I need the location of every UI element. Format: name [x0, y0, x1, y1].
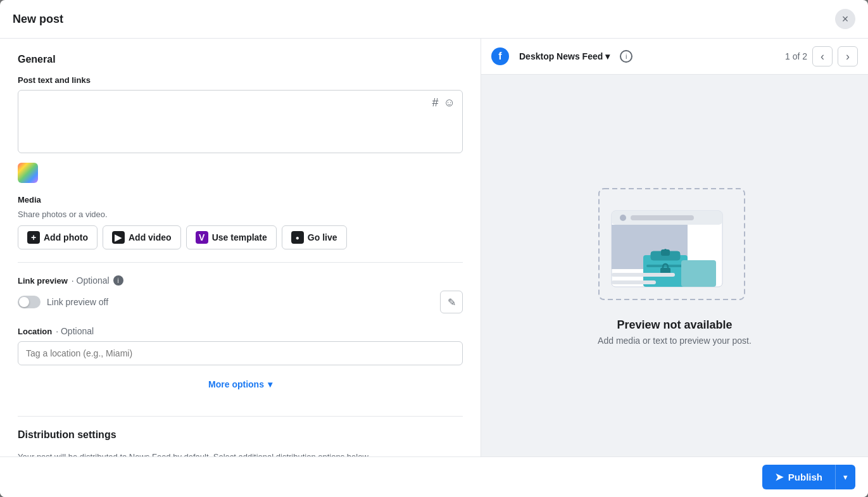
svg-rect-14: [612, 280, 656, 284]
close-button[interactable]: ×: [835, 9, 855, 29]
pencil-icon: ✎: [448, 296, 456, 308]
photo-icon: +: [27, 231, 40, 244]
post-text-label: Post text and links: [18, 75, 463, 85]
template-icon: V: [196, 231, 208, 244]
media-description: Share photos or a video.: [18, 210, 463, 219]
arrow-right-icon: ›: [846, 50, 850, 63]
svg-rect-10: [664, 249, 667, 254]
publish-chevron-icon: ▾: [843, 472, 848, 482]
preview-toolbar: f Desktop News Feed ▾ i 1 of 2 ‹: [481, 39, 868, 75]
use-template-button[interactable]: V Use template: [186, 225, 277, 249]
modal-footer: ➤ Publish ▾: [0, 456, 868, 497]
link-preview-label-row: Link preview · Optional i: [18, 275, 463, 286]
publish-group: ➤ Publish ▾: [762, 465, 855, 489]
preview-toolbar-left: f Desktop News Feed ▾ i: [491, 47, 632, 65]
send-icon: ➤: [775, 471, 783, 483]
link-preview-optional: · Optional: [72, 275, 110, 286]
svg-rect-13: [612, 273, 675, 277]
location-label-row: Location · Optional: [18, 326, 463, 336]
location-input[interactable]: [18, 341, 463, 365]
publish-dropdown-button[interactable]: ▾: [835, 465, 855, 489]
more-options-wrapper: More options ▾: [18, 365, 463, 403]
media-buttons-group: + Add photo ▶ Add video V Use template: [18, 225, 463, 249]
placement-chevron-icon: ▾: [605, 51, 610, 61]
prev-page-button[interactable]: ‹: [812, 46, 833, 66]
placement-label: Desktop News Feed: [519, 51, 603, 61]
preview-illustration: [593, 186, 757, 318]
svg-rect-4: [631, 215, 694, 220]
placement-info-icon[interactable]: i: [620, 50, 632, 63]
location-section: Location · Optional: [18, 326, 463, 365]
use-template-label: Use template: [212, 232, 267, 242]
video-icon: ▶: [112, 231, 125, 244]
svg-rect-12: [681, 260, 716, 287]
link-preview-label: Link preview: [18, 276, 68, 286]
link-preview-left: Link preview off: [18, 296, 108, 308]
hashtag-button[interactable]: #: [432, 96, 439, 110]
next-page-button[interactable]: ›: [838, 46, 858, 66]
preview-toolbar-right: 1 of 2 ‹ ›: [785, 46, 858, 66]
preview-content: Preview not available Add media or text …: [481, 75, 868, 456]
svg-rect-9: [646, 265, 684, 267]
preview-not-available-title: Preview not available: [617, 318, 732, 332]
publish-label: Publish: [788, 472, 822, 482]
facebook-icon: f: [491, 47, 509, 65]
new-post-modal: New post × General Post text and links #…: [0, 0, 868, 497]
post-text-wrapper: # ☺: [18, 90, 463, 155]
chevron-down-icon: ▾: [268, 379, 272, 389]
distribution-section: Distribution settings Your post will be …: [18, 429, 463, 456]
divider-2: [18, 416, 463, 417]
publish-button[interactable]: ➤ Publish: [762, 465, 835, 489]
modal-header: New post ×: [0, 0, 868, 39]
add-video-button[interactable]: ▶ Add video: [103, 225, 181, 249]
preview-card: Preview not available Add media or text …: [593, 186, 757, 346]
left-panel: General Post text and links # ☺ Media Sh…: [0, 39, 481, 456]
more-options-button[interactable]: More options ▾: [201, 375, 280, 393]
post-text-input[interactable]: [18, 90, 463, 153]
textarea-icons: # ☺: [432, 96, 455, 110]
link-preview-status: Link preview off: [47, 297, 108, 307]
page-indicator: 1 of 2: [785, 51, 807, 61]
go-live-button[interactable]: ● Go live: [282, 225, 347, 249]
placement-dropdown[interactable]: Desktop News Feed ▾: [514, 49, 615, 64]
distribution-description: Your post will be distributed to News Fe…: [18, 451, 463, 456]
emoji-button[interactable]: ☺: [444, 96, 455, 110]
media-label: Media: [18, 195, 463, 204]
live-icon: ●: [291, 231, 304, 244]
location-optional: · Optional: [56, 326, 94, 336]
go-live-label: Go live: [308, 232, 337, 242]
right-panel: f Desktop News Feed ▾ i 1 of 2 ‹: [481, 39, 868, 456]
modal-overlay: New post × General Post text and links #…: [0, 0, 868, 497]
more-options-label: More options: [208, 379, 264, 389]
link-preview-row: Link preview off ✎: [18, 291, 463, 313]
link-preview-section: Link preview · Optional i Link preview o…: [18, 275, 463, 313]
link-preview-info-icon[interactable]: i: [113, 275, 123, 286]
modal-title: New post: [13, 13, 63, 26]
add-photo-label: Add photo: [44, 232, 88, 242]
svg-point-3: [620, 215, 626, 221]
link-preview-toggle[interactable]: [18, 296, 41, 308]
distribution-title: Distribution settings: [18, 429, 463, 441]
arrow-left-icon: ‹: [821, 50, 824, 63]
media-section: Media Share photos or a video. + Add pho…: [18, 195, 463, 249]
link-preview-edit-button[interactable]: ✎: [440, 291, 463, 313]
location-label: Location: [18, 327, 52, 336]
modal-body: General Post text and links # ☺ Media Sh…: [0, 39, 868, 456]
add-video-label: Add video: [129, 232, 172, 242]
divider-1: [18, 262, 463, 263]
text-style-icon[interactable]: [18, 163, 38, 183]
add-photo-button[interactable]: + Add photo: [18, 225, 97, 249]
general-section-title: General: [18, 54, 463, 65]
preview-not-available-subtitle: Add media or text to preview your post.: [598, 336, 752, 346]
